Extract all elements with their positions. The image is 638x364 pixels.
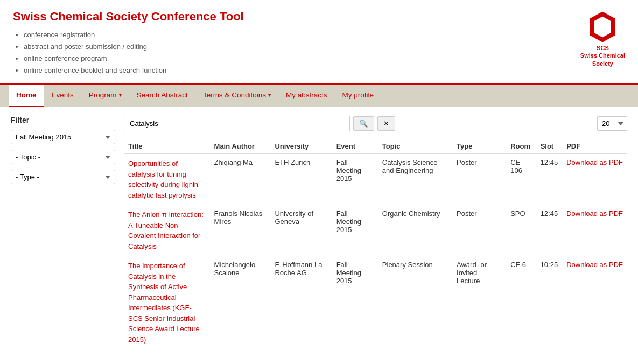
col-header-type: Type [452,139,506,154]
feature-list-item: online conference booklet and search fun… [24,65,244,76]
search-input[interactable] [124,116,350,131]
nav-item-label: My profile [342,91,374,99]
search-button[interactable]: 🔍 [353,116,374,131]
search-bar: 🔍 ✕ 102050100 [124,116,627,131]
download-pdf-link-2[interactable]: Download as PDF [566,261,623,269]
nav-item-label: Events [52,91,74,99]
nav-item-label: My abstracts [286,91,327,99]
main-nav: HomeEventsProgram▾Search AbstractTerms &… [0,83,638,107]
search-results: 🔍 ✕ 102050100 TitleMain AuthorUniversity… [124,116,627,349]
table-body: Opportunities of catalysis for tuning se… [124,154,627,349]
type-cell: Poster [452,205,506,256]
results-table: TitleMain AuthorUniversityEventTopicType… [124,139,627,349]
main-author-cell: Michelangelo Scalone [210,256,271,349]
search-icon: 🔍 [359,120,368,128]
topic-cell: Plenary Session [378,256,452,349]
col-header-title: Title [124,139,210,154]
type-cell: Award- or Invited Lecture [452,256,506,349]
per-page-select[interactable]: 102050100 [597,116,627,131]
university-cell: University of Geneva [270,205,332,256]
site-title: Swiss Chemical Society Conference Tool [13,10,244,24]
nav-item-my-abstracts[interactable]: My abstracts [278,85,335,107]
nav-item-label: Home [16,91,37,99]
nav-item-label: Terms & Conditions [203,91,266,99]
abstract-title-1[interactable]: The Anion-π Interaction: A Tuneable Non-… [128,211,204,250]
room-cell: CE 6 [506,256,536,349]
nav-item-my-profile[interactable]: My profile [334,85,381,107]
type-filter[interactable]: - Type -PosterAward- or Invited Lecture [11,170,115,184]
nav-item-program[interactable]: Program▾ [81,85,129,107]
nav-item-terms[interactable]: Terms & Conditions▾ [195,85,278,107]
type-cell: Poster [452,154,506,205]
logo-label: SCS Swiss Chemical Society [580,44,625,67]
scs-logo-icon [587,12,618,42]
room-cell: SPO [506,205,536,256]
header: Swiss Chemical Society Conference Tool c… [0,0,638,83]
university-cell: ETH Zurich [270,154,332,205]
room-cell: CE 106 [506,154,536,205]
col-header-room: Room [506,139,536,154]
table-row: Opportunities of catalysis for tuning se… [124,154,627,205]
event-cell: Fall Meeting 2015 [332,154,378,205]
col-header-slot: Slot [536,139,563,154]
nav-item-label: Program [89,91,117,99]
nav-item-search-abstract[interactable]: Search Abstract [129,85,195,107]
col-header-event: Event [332,139,378,154]
clear-icon: ✕ [383,120,389,128]
feature-list-item: abstract and poster submission / editing [24,41,244,53]
chevron-down-icon: ▾ [268,92,271,98]
slot-cell: 12:45 [536,205,563,256]
header-left: Swiss Chemical Society Conference Tool c… [13,10,244,76]
download-pdf-link-1[interactable]: Download as PDF [566,209,623,218]
table-row: The Anion-π Interaction: A Tuneable Non-… [124,205,627,256]
logo-area: SCS Swiss Chemical Society [580,12,625,67]
event-cell: Fall Meeting 2015 [332,205,378,256]
main-author-cell: Franois Nicolas Miros [210,205,271,256]
col-header-university: University [270,139,332,154]
nav-item-events[interactable]: Events [44,85,81,107]
abstract-title-2[interactable]: The Importance of Catalysis in the Synth… [128,262,200,344]
feature-list-item: online conference program [24,53,244,65]
nav-item-label: Search Abstract [137,91,188,99]
col-header-main-author: Main Author [210,139,271,154]
nav-item-home[interactable]: Home [9,85,44,107]
col-header-pdf: PDF [562,139,627,154]
clear-button[interactable]: ✕ [377,116,395,131]
col-header-topic: Topic [378,139,452,154]
university-cell: F. Hoffmann La Roche AG [270,256,332,349]
feature-list: conference registrationabstract and post… [13,29,244,76]
feature-list-item: conference registration [24,29,244,41]
chevron-down-icon: ▾ [119,92,122,98]
abstract-title-0[interactable]: Opportunities of catalysis for tuning se… [128,159,198,199]
download-pdf-link-0[interactable]: Download as PDF [566,158,623,166]
slot-cell: 10:25 [536,256,563,349]
table-row: The Importance of Catalysis in the Synth… [124,256,627,349]
topic-cell: Organic Chemistry [378,205,452,256]
main-author-cell: Zhiqiang Ma [210,154,271,205]
filter-title: Filter [11,116,115,124]
topic-cell: Catalysis Science and Engineering [378,154,452,205]
table-header: TitleMain AuthorUniversityEventTopicType… [124,139,627,154]
slot-cell: 12:45 [536,154,563,205]
event-cell: Fall Meeting 2015 [332,256,378,349]
main-content: Filter Fall Meeting 2015Spring Meeting 2… [0,107,638,358]
topic-filter[interactable]: - Topic -Catalysis Science and Engineeri… [11,150,115,164]
filter-sidebar: Filter Fall Meeting 2015Spring Meeting 2… [11,116,115,349]
conference-filter[interactable]: Fall Meeting 2015Spring Meeting 2015 [11,130,115,144]
